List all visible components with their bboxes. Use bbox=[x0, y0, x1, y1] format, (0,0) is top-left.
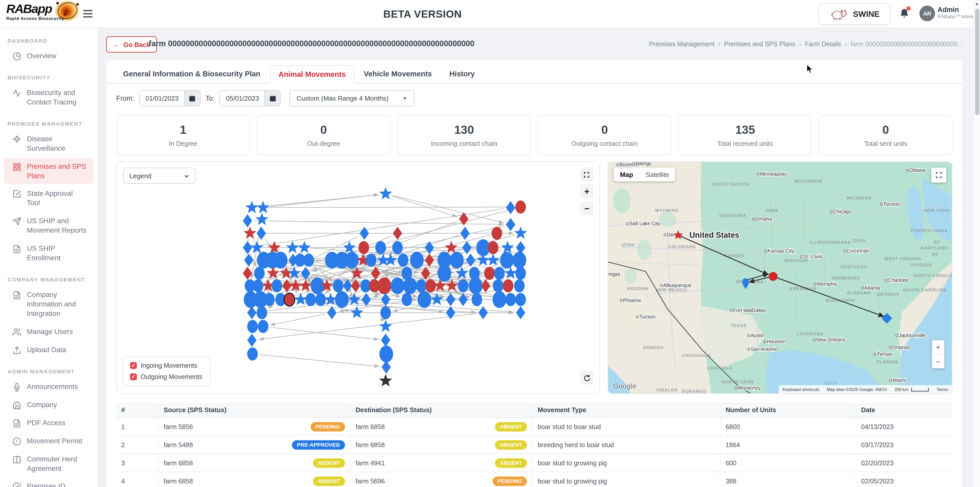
farm-link[interactable]: farm 6858 bbox=[355, 441, 385, 448]
map-fullscreen-button[interactable] bbox=[931, 168, 946, 183]
sidebar-item-premises-and-sps-plans[interactable]: Premises and SPS Plans bbox=[4, 158, 94, 184]
farm-link[interactable]: farm 5696 bbox=[355, 477, 385, 484]
calendar-icon[interactable] bbox=[184, 91, 200, 106]
sidebar-section: DASHBOARDOverview bbox=[0, 34, 97, 64]
page-scrollbar[interactable]: ▲ bbox=[973, 0, 980, 487]
farm-link[interactable]: farm 5488 bbox=[164, 441, 193, 448]
scroll-up-arrow[interactable]: ▲ bbox=[974, 1, 980, 6]
graph-refresh-button[interactable] bbox=[580, 371, 594, 385]
sidebar-item-commuter-herd-agreement[interactable]: Commuter Herd Agreement bbox=[4, 451, 94, 477]
sidebar-section-title: BIOSECURITY bbox=[0, 71, 97, 83]
checkbox-icon[interactable]: ✓ bbox=[130, 362, 137, 369]
page-title: BETA VERSION bbox=[383, 8, 462, 20]
sidebar-item-upload-data[interactable]: Upload Data bbox=[4, 341, 94, 358]
sidebar-item-biosecurity-and-contact-tracing[interactable]: Biosecurity and Contact Tracing bbox=[4, 85, 94, 110]
to-date-input[interactable]: 05/01/2023 bbox=[220, 90, 281, 107]
keyboard-shortcuts-link[interactable]: Keyboard shortcuts bbox=[779, 385, 823, 394]
sidebar-item-state-approval-tool[interactable]: State Approval Tool bbox=[4, 185, 94, 211]
stat-label: Outgoing contact chain bbox=[571, 140, 638, 147]
send-icon bbox=[13, 217, 21, 226]
home-icon bbox=[13, 401, 21, 409]
tab-history[interactable]: History bbox=[441, 65, 483, 83]
menu-toggle-icon[interactable] bbox=[83, 10, 93, 18]
svg-text:WISCONSIN: WISCONSIN bbox=[794, 179, 822, 184]
svg-text:SINALOA: SINALOA bbox=[656, 388, 678, 393]
notifications-bell-icon[interactable] bbox=[899, 7, 910, 20]
table-row[interactable]: 4farm 6858ABSENTfarm 5696PENDINGboar stu… bbox=[116, 472, 953, 487]
svg-text:Charlotte: Charlotte bbox=[888, 277, 908, 283]
breadcrumb-item: farm 00000000000000000000000000... bbox=[851, 41, 963, 48]
checkbox-outgoing-movements[interactable]: ✓Outgoing Movements bbox=[130, 374, 202, 380]
tab-animal-movements[interactable]: Animal Movements bbox=[270, 65, 355, 84]
checkbox-ingoing-movements[interactable]: ✓Ingoing Movements bbox=[130, 362, 202, 369]
table-row[interactable]: 2farm 5488PRE-APPROVEDfarm 6858ABSENTbre… bbox=[116, 436, 953, 454]
farm-link[interactable]: farm 6858 bbox=[164, 460, 193, 466]
sidebar-item-us-ship-enrollment[interactable]: US SHIP Enrollment bbox=[4, 240, 94, 267]
user-info[interactable]: Admin RABapp™ Admin bbox=[937, 6, 972, 19]
terms-link[interactable]: Terms bbox=[933, 385, 952, 394]
sidebar-item-label: Premises and SPS Plans bbox=[27, 162, 88, 180]
panels-row: Legend + − ✓Ingoing Movements✓Outgoing M… bbox=[106, 155, 963, 394]
table-row[interactable]: 3farm 6858ABSENTfarm 4941ABSENTboar stud… bbox=[116, 454, 953, 472]
status-badge: ABSENT bbox=[495, 422, 527, 431]
sidebar-item-company-information-and-integration[interactable]: Company Information and Integration bbox=[4, 286, 94, 322]
breadcrumb-item[interactable]: Farm Details bbox=[805, 41, 841, 48]
tab-general-information-biosecurity-plan[interactable]: General Information & Biosecurity Plan bbox=[115, 65, 269, 83]
legend-dropdown[interactable]: Legend bbox=[123, 168, 196, 184]
movements-table: #Source (SPS Status)Destination (SPS Sta… bbox=[116, 403, 953, 487]
farm-link[interactable]: farm 4941 bbox=[355, 460, 385, 466]
map-type-satellite[interactable]: Satellite bbox=[639, 168, 675, 181]
sidebar-item-disease-surveillance[interactable]: Disease Surveillance bbox=[4, 131, 94, 156]
user-avatar[interactable]: AR bbox=[919, 6, 935, 21]
sidebar-section-title: PREMISES MANAGMENT bbox=[0, 117, 97, 129]
graph-zoom-in-button[interactable]: + bbox=[580, 184, 594, 198]
stat-label: Incoming contact chain bbox=[431, 140, 497, 147]
svg-text:Minneapolis: Minneapolis bbox=[760, 171, 787, 177]
sidebar-item-premises-id-validation[interactable]: Premises ID Validation bbox=[4, 478, 94, 487]
farm-link[interactable]: farm 6858 bbox=[355, 423, 385, 430]
movement-map-panel: SOUTH DAKOTAWISCONSINMICHIGANWYOMINGNEW … bbox=[608, 161, 953, 394]
breadcrumb-separator: › bbox=[799, 41, 801, 48]
brand-logo[interactable]: RABapp Rapid Access Biosecurity bbox=[6, 2, 81, 26]
map-zoom-out-button[interactable]: − bbox=[932, 355, 944, 369]
movement-map[interactable]: SOUTH DAKOTAWISCONSINMICHIGANWYOMINGNEW … bbox=[608, 162, 953, 393]
calendar-icon[interactable] bbox=[265, 91, 280, 106]
table-row[interactable]: 1farm 5856PENDINGfarm 6858ABSENTboar stu… bbox=[116, 418, 953, 436]
from-date-input[interactable]: 01/01/2023 bbox=[139, 90, 200, 107]
svg-text:egas: egas bbox=[609, 271, 620, 277]
check-circle-icon bbox=[13, 482, 21, 487]
graph-fullscreen-button[interactable] bbox=[580, 168, 594, 181]
svg-text:ALABAMA: ALABAMA bbox=[847, 291, 871, 295]
scrollbar-thumb[interactable] bbox=[975, 9, 979, 115]
sidebar-item-us-ship-and-movement-reports[interactable]: US SHIP and Movement Reports bbox=[4, 213, 94, 239]
sidebar-item-pdf-access[interactable]: PDF Access bbox=[4, 415, 94, 431]
graph-zoom-out-button[interactable]: − bbox=[580, 201, 594, 215]
tab-bar: General Information & Biosecurity PlanAn… bbox=[106, 60, 963, 84]
farm-link[interactable]: farm 6858 bbox=[164, 477, 193, 484]
sidebar-item-label: Upload Data bbox=[27, 345, 66, 354]
pie-chart-icon bbox=[13, 52, 21, 61]
map-type-map[interactable]: Map bbox=[614, 168, 639, 181]
sidebar-item-movement-permit[interactable]: Movement Permit bbox=[4, 433, 94, 449]
svg-text:Billings: Billings bbox=[636, 162, 652, 166]
sidebar-item-manage-users[interactable]: Manage Users bbox=[4, 323, 94, 340]
sidebar-item-announcements[interactable]: Announcements bbox=[4, 378, 94, 395]
species-selector-button[interactable]: SWINE bbox=[818, 3, 891, 25]
sidebar-item-company[interactable]: Company bbox=[4, 396, 94, 413]
sidebar-item-overview[interactable]: Overview bbox=[4, 48, 94, 64]
breadcrumb-item[interactable]: Premises Management bbox=[649, 41, 714, 48]
chevron-down-icon bbox=[184, 173, 189, 179]
farm-link[interactable]: farm 5856 bbox=[164, 423, 193, 430]
breadcrumb-item[interactable]: Premises and SPS Plans bbox=[724, 41, 795, 48]
movement-toggles: ✓Ingoing Movements✓Outgoing Movements bbox=[123, 356, 210, 386]
map-zoom-in-button[interactable]: + bbox=[932, 340, 944, 354]
sidebar-section-title: DASHBOARD bbox=[0, 34, 97, 46]
status-badge: PENDING bbox=[493, 476, 527, 486]
checkbox-icon[interactable]: ✓ bbox=[130, 374, 137, 380]
svg-text:MICHIGAN: MICHIGAN bbox=[847, 196, 871, 200]
stat-card-in-degree: 1In Degree bbox=[116, 115, 250, 155]
range-preset-select[interactable]: Custom (Max Range 4 Months) ▼ bbox=[290, 90, 414, 107]
file-text-icon bbox=[13, 291, 21, 299]
tab-vehicle-movements[interactable]: Vehicle Movements bbox=[356, 65, 440, 83]
map-scale: 200 km bbox=[891, 385, 933, 394]
